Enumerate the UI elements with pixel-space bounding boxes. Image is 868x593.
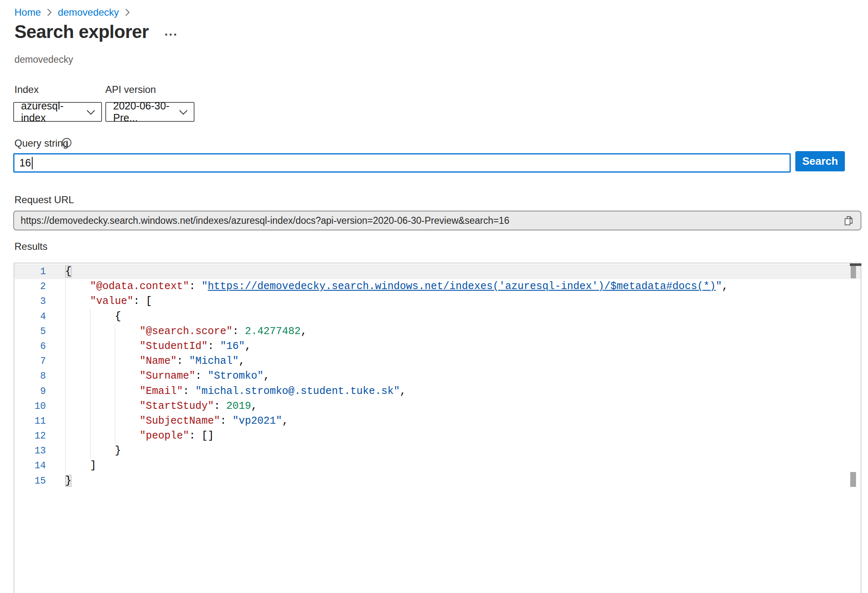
- line-content: "Email": "michal.stromko@.student.tuke.s…: [46, 384, 861, 399]
- breadcrumb-service-link[interactable]: demovedecky: [58, 7, 119, 18]
- search-explorer-blade: Home demovedecky Search explorer ··· dem…: [0, 0, 868, 593]
- indent-guide: [115, 354, 115, 369]
- indent-guide: [115, 324, 115, 339]
- api-version-dropdown-value: 2020-06-30-Pre...: [113, 100, 175, 124]
- code-line: 12 "people": []: [14, 429, 861, 444]
- copy-icon[interactable]: [843, 215, 854, 226]
- results-json-editor[interactable]: 1{2 "@odata.context": "https://demovedec…: [14, 263, 861, 593]
- line-number: 2: [14, 279, 46, 294]
- code-line: 10 "StartStudy": 2019,: [14, 399, 861, 414]
- indent-guide: [90, 399, 90, 414]
- line-content: {: [46, 264, 861, 279]
- indent-guide: [90, 354, 90, 369]
- code-line: 9 "Email": "michal.stromko@.student.tuke…: [14, 384, 861, 399]
- indent-guide: [90, 324, 90, 339]
- page-scrollbar-thumb[interactable]: [850, 472, 856, 487]
- page-title: Search explorer: [14, 21, 149, 42]
- request-url-label: Request URL: [14, 194, 74, 206]
- code-line: 3 "value": [: [14, 294, 861, 309]
- more-options-icon[interactable]: ···: [164, 33, 178, 37]
- indent-guide: [65, 339, 66, 354]
- api-version-label: API version: [105, 84, 156, 95]
- code-line: 1{: [14, 264, 861, 279]
- line-content: ]: [46, 458, 861, 473]
- search-button[interactable]: Search: [795, 151, 845, 171]
- breadcrumb-home-link[interactable]: Home: [14, 7, 41, 18]
- indent-guide: [115, 369, 115, 384]
- info-icon[interactable]: i: [62, 138, 71, 147]
- indent-guide: [115, 399, 115, 414]
- line-number: 11: [14, 414, 46, 429]
- query-string-label: Query string: [14, 138, 69, 149]
- code-line: 8 "Surname": "Stromko",: [14, 369, 861, 384]
- indent-guide: [65, 354, 66, 369]
- indent-guide: [65, 279, 66, 294]
- index-label: Index: [14, 84, 39, 95]
- indent-guide: [115, 429, 115, 444]
- line-content: "Name": "Michal",: [46, 354, 861, 369]
- chevron-down-icon: [179, 107, 187, 115]
- request-url-value: https://demovedecky.search.windows.net/i…: [21, 215, 509, 226]
- index-dropdown-value: azuresql-index: [21, 100, 82, 124]
- code-line: 13 }: [14, 444, 861, 458]
- indent-guide: [65, 294, 66, 309]
- line-number: 12: [14, 429, 46, 444]
- indent-guide: [115, 339, 115, 354]
- line-number: 7: [14, 354, 46, 369]
- code-line: 4 {: [14, 309, 861, 324]
- indent-guide: [65, 309, 66, 324]
- line-number: 9: [14, 384, 46, 399]
- code-line: 7 "Name": "Michal",: [14, 354, 861, 369]
- line-content: "@odata.context": "https://demovedecky.s…: [46, 279, 861, 294]
- indent-guide: [90, 384, 90, 399]
- indent-guide: [90, 429, 90, 444]
- code-line: 14 ]: [14, 458, 861, 473]
- line-number: 4: [14, 309, 46, 324]
- indent-guide: [90, 309, 90, 324]
- line-number: 14: [14, 458, 46, 473]
- indent-guide: [90, 414, 90, 429]
- indent-guide: [65, 384, 66, 399]
- line-number: 5: [14, 324, 46, 339]
- query-string-input[interactable]: 16: [13, 153, 791, 173]
- indent-guide: [65, 458, 66, 473]
- line-content: "SubjectName": "vp2021",: [46, 414, 861, 429]
- breadcrumb: Home demovedecky: [14, 7, 136, 18]
- indent-guide: [65, 369, 66, 384]
- indent-guide: [115, 384, 115, 399]
- line-content: "value": [: [46, 294, 861, 309]
- line-number: 13: [14, 444, 46, 458]
- results-label: Results: [14, 241, 47, 252]
- indent-guide: [65, 324, 66, 339]
- chevron-right-icon: [125, 8, 130, 17]
- code-line: 5 "@search.score": 2.4277482,: [14, 324, 861, 339]
- code-line: 15}: [14, 474, 861, 489]
- line-content: "@search.score": 2.4277482,: [46, 324, 861, 339]
- indent-guide: [90, 369, 90, 384]
- chevron-down-icon: [87, 107, 95, 115]
- indent-guide: [90, 444, 90, 458]
- code-line: 2 "@odata.context": "https://demovedecky…: [14, 279, 861, 294]
- page-subtitle: demovedecky: [14, 54, 73, 65]
- code-line: 6 "StudentId": "16",: [14, 339, 861, 354]
- index-dropdown[interactable]: azuresql-index: [13, 102, 102, 122]
- indent-guide: [65, 429, 66, 444]
- line-number: 10: [14, 399, 46, 414]
- query-string-value: 16: [19, 157, 31, 169]
- editor-scrollbar-thumb[interactable]: [851, 266, 856, 278]
- request-url-field: https://demovedecky.search.windows.net/i…: [13, 211, 861, 230]
- chevron-right-icon: [47, 8, 52, 17]
- indent-guide: [65, 414, 66, 429]
- line-number: 6: [14, 339, 46, 354]
- line-content: "StartStudy": 2019,: [46, 399, 861, 414]
- line-content: {: [46, 309, 861, 324]
- indent-guide: [115, 414, 115, 429]
- line-content: "people": []: [46, 429, 861, 444]
- text-cursor: [32, 157, 33, 169]
- code-line: 11 "SubjectName": "vp2021",: [14, 414, 861, 429]
- line-number: 15: [14, 474, 46, 489]
- line-number: 3: [14, 294, 46, 309]
- indent-guide: [65, 444, 66, 458]
- code-area: 1{2 "@odata.context": "https://demovedec…: [14, 264, 861, 489]
- api-version-dropdown[interactable]: 2020-06-30-Pre...: [105, 102, 194, 122]
